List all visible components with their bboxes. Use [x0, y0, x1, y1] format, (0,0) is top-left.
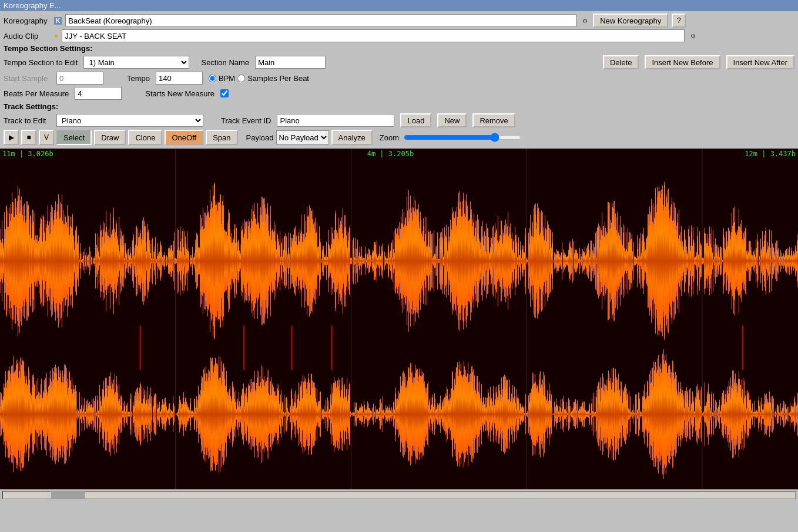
start-sample-input[interactable] — [56, 72, 103, 85]
beats-per-measure-label: Beats Per Measure — [4, 89, 69, 98]
scrollbar-thumb[interactable] — [50, 491, 85, 499]
audio-settings-icon[interactable]: ⚙ — [688, 31, 698, 41]
k-icon: K — [54, 17, 62, 25]
koreography-input[interactable] — [65, 14, 576, 27]
bpm-radio-group: BPM Samples Per Beat — [209, 74, 309, 83]
audio-clip-label: Audio Clip — [4, 32, 51, 41]
bpm-label: BPM — [219, 74, 235, 83]
track-section: Track Settings: Track to Edit Piano Trac… — [4, 102, 794, 127]
tempo-label: Tempo — [127, 74, 150, 83]
clone-button[interactable]: Clone — [128, 130, 162, 145]
tempo-section: Tempo Section Settings: Tempo Section to… — [4, 44, 794, 100]
tempo-section-to-edit-label: Tempo Section to Edit — [4, 58, 78, 67]
main-container: Koreography K ⚙ New Koreography ? Audio … — [0, 11, 798, 149]
title-bar: Koreography E... — [0, 0, 798, 11]
insert-before-button[interactable]: Insert New Before — [645, 55, 720, 69]
track-event-id-input[interactable] — [277, 114, 394, 127]
track-event-id-label: Track Event ID — [221, 116, 271, 125]
koreography-settings-icon[interactable]: ⚙ — [580, 16, 589, 25]
tempo-section-dropdown[interactable]: 1) Main — [83, 56, 189, 69]
analyze-button[interactable]: Analyze — [331, 130, 373, 145]
payload-dropdown[interactable]: No Payload — [276, 130, 329, 144]
waveform-container[interactable]: 11m | 3.026b 4m | 3.205b 12m | 3.437b — [0, 149, 798, 489]
koreography-row: Koreography K ⚙ New Koreography ? — [4, 14, 794, 28]
title-text: Koreography E... — [4, 1, 61, 10]
v-button[interactable]: V — [39, 130, 54, 145]
section-name-label: Section Name — [201, 58, 249, 67]
start-sample-label: Start Sample — [4, 74, 51, 83]
audio-icon: ● — [54, 32, 58, 40]
timeline-marker-center: 4m | 3.205b — [367, 150, 414, 158]
draw-button[interactable]: Draw — [94, 130, 126, 145]
play-button[interactable]: ▶ — [4, 130, 19, 145]
track-to-edit-dropdown[interactable]: Piano — [56, 114, 203, 127]
audio-clip-row: Audio Clip ● ⚙ — [4, 29, 794, 42]
bpm-radio[interactable] — [209, 75, 216, 82]
waveform-canvas — [0, 149, 798, 489]
starts-new-measure-label: Starts New Measure — [145, 89, 214, 98]
koreography-label: Koreography — [4, 16, 51, 25]
starts-new-measure-checkbox[interactable] — [220, 89, 229, 97]
zoom-label: Zoom — [380, 133, 399, 142]
stop-button[interactable]: ■ — [21, 130, 36, 145]
scrollbar-container — [0, 489, 798, 500]
insert-after-button[interactable]: Insert New After — [726, 55, 794, 69]
delete-button[interactable]: Delete — [603, 55, 639, 69]
remove-button[interactable]: Remove — [472, 113, 515, 127]
audio-clip-input[interactable] — [62, 29, 685, 42]
scrollbar-track[interactable] — [2, 491, 796, 499]
timeline-marker-right: 12m | 3.437b — [745, 150, 796, 158]
toolbar: ▶ ■ V Select Draw Clone OneOff Span Payl… — [4, 130, 794, 145]
tempo-input[interactable] — [156, 72, 203, 85]
payload-label: Payload — [246, 133, 274, 142]
samples-per-beat-radio[interactable] — [237, 75, 245, 82]
samples-per-beat-label: Samples Per Beat — [247, 74, 309, 83]
tempo-section-label: Tempo Section Settings: — [4, 44, 92, 53]
timeline-marker-left: 11m | 3.026b — [2, 150, 53, 158]
new-track-button[interactable]: New — [437, 113, 467, 127]
section-name-input[interactable] — [255, 56, 326, 69]
oneoff-button[interactable]: OneOff — [165, 130, 203, 145]
track-section-label: Track Settings: — [4, 102, 58, 111]
zoom-slider[interactable] — [404, 133, 521, 142]
help-button[interactable]: ? — [672, 14, 686, 28]
new-koreography-button[interactable]: New Koreography — [593, 14, 668, 28]
track-to-edit-label: Track to Edit — [4, 116, 51, 125]
select-button[interactable]: Select — [56, 130, 92, 145]
span-button[interactable]: Span — [206, 130, 237, 145]
load-button[interactable]: Load — [400, 113, 431, 127]
beats-per-measure-input[interactable] — [75, 87, 122, 100]
